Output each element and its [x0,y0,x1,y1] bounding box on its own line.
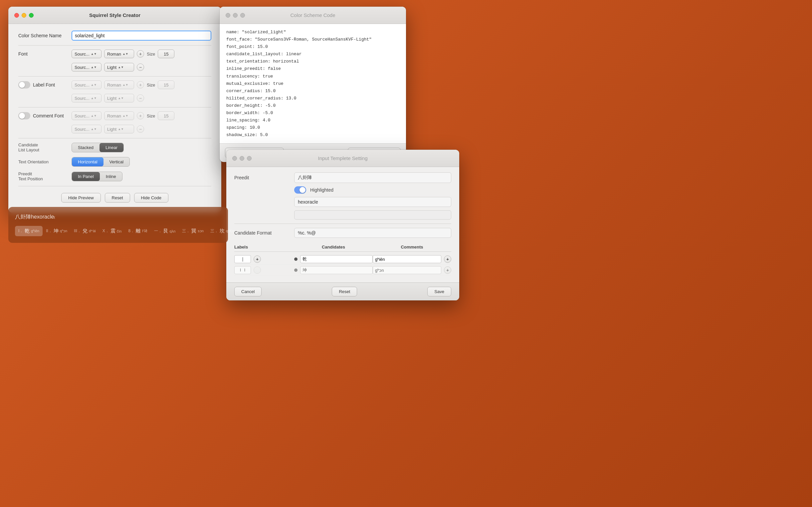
label-input-2[interactable] [234,266,251,274]
minimize-button[interactable] [21,13,26,18]
minimize-button-2[interactable] [233,13,237,18]
inline-button[interactable]: Inline [100,172,122,181]
maximize-button[interactable] [29,13,34,18]
font-light-select-1[interactable]: Light ▲▼ [104,63,134,71]
label-font-face-select[interactable]: Sourc... ▲▼ [71,80,102,89]
reset-button[interactable]: Reset [105,193,130,203]
size-label-3: Size [147,113,155,118]
size-value-1[interactable]: 15 [158,50,174,58]
preview-input-text: 八卦陣hexoracle₍ [15,214,221,221]
add-row-button-2[interactable] [254,267,261,274]
candidate-item: X．震čìn [99,226,125,236]
input-template-titlebar: Input Templete Setting [226,150,459,167]
close-button-2[interactable] [226,13,230,18]
comment-font-section: Comment Font [18,112,71,119]
candidate-item: 一．艮qλn [151,226,179,236]
maximize-button-3[interactable] [247,156,252,161]
preedit-row: PreeditText Position In Panel Inline [18,171,211,181]
maximize-button-2[interactable] [240,13,245,18]
vertical-button[interactable]: Vertical [104,157,130,166]
chevron-updown-icon: ▲▼ [91,128,97,131]
comment-font-face-2[interactable]: Sourc... ▲▼ [71,125,102,133]
input-template-content: Preedit 八卦陣 Highlighted hexoracle Candid… [226,167,459,282]
add-row-button-1[interactable]: + [254,256,261,263]
hide-code-button[interactable]: Hide Code [134,193,168,203]
candidate-input-2[interactable] [300,266,373,274]
comment-font-light-select[interactable]: Light ▲▼ [104,125,134,133]
close-button-3[interactable] [232,156,237,161]
code-editor[interactable]: name: "solarized_light"font_face: "Sourc… [220,24,406,144]
candidate-col-2 [294,266,373,274]
add-comment-button-2[interactable]: + [444,267,451,274]
comment-font-weight-select[interactable]: Roman ▲▼ [104,111,134,120]
traffic-lights-2 [226,13,245,18]
candidate-layout-row: CandidateList Layout Stacked Linear [18,143,211,152]
linear-button[interactable]: Linear [100,143,123,152]
traffic-lights [14,13,34,18]
font-weight-select-1[interactable]: Roman ▲▼ [104,50,134,58]
size-value-2[interactable]: 15 [158,80,174,89]
add-label-font-button[interactable]: + [137,81,144,89]
close-button[interactable] [14,13,19,18]
candidate-format-value[interactable]: %c. %@ [294,228,451,238]
minimize-button-3[interactable] [239,156,244,161]
comment-input-2[interactable] [373,266,441,274]
comment-font-controls: Sourc... ▲▼ Roman ▲▼ + Size 15 [71,111,211,120]
add-comment-button-1[interactable]: + [444,256,451,263]
cancel-button[interactable]: Cancel [234,287,262,296]
stacked-button[interactable]: Stacked [72,143,100,152]
it-hex-row: hexoracle [234,197,451,207]
comment-input-1[interactable] [373,255,441,263]
it-blank-field[interactable] [294,210,451,220]
label-font-light-select[interactable]: Light ▲▼ [104,94,134,103]
font-label: Font [18,51,71,57]
save-button[interactable]: Save [427,287,451,296]
it-preedit-label: Preedit [234,175,294,180]
label-font-controls: Sourc... ▲▼ Roman ▲▼ + Size 15 [71,80,211,89]
comment-font-row-1: Comment Font Sourc... ▲▼ Roman ▲▼ + Size… [18,111,211,120]
candidate-layout-label: CandidateList Layout [18,143,71,152]
it-hex-value[interactable]: hexoracle [294,197,451,207]
candidate-item: III．兌dʷài [70,226,99,236]
color-scheme-input[interactable] [71,31,211,41]
chevron-updown-icon: ▲▼ [122,83,128,87]
label-font-weight-select[interactable]: Roman ▲▼ [104,80,134,89]
chevron-updown-icon: ▲▼ [118,128,124,131]
color-scheme-name-row: Color Scheme Name [18,31,211,41]
candidate-item: 三．坎qʰXm [207,226,238,236]
add-comment-font-button[interactable]: + [137,112,144,119]
hide-preview-button[interactable]: Hide Preview [61,193,101,203]
chevron-updown-icon: ▲▼ [118,97,124,100]
label-font-toggle[interactable] [18,81,30,89]
font-row-2: Sourc... ▲▼ Light ▲▼ − [18,63,211,71]
font-face-select-2[interactable]: Sourc... ▲▼ [71,63,102,71]
chevron-updown-icon: ▲▼ [91,66,97,69]
in-panel-button[interactable]: In Panel [72,172,100,181]
color-scheme-window: Color Scheme Code name: "solarized_light… [220,7,406,162]
label-col-1: + [234,255,294,263]
remove-comment-font-button[interactable]: − [137,125,144,133]
horizontal-button[interactable]: Horizontal [72,157,104,166]
label-input-1[interactable] [234,255,251,263]
candidate-col-1 [294,255,373,263]
candidate-input-1[interactable] [300,255,373,263]
remove-font-button-1[interactable]: − [137,63,144,71]
chevron-updown-icon: ▲▼ [122,114,128,117]
comment-col-1: + [373,255,451,263]
font-face-select-1[interactable]: Sourc... ▲▼ [71,50,102,58]
size-label-2: Size [147,82,155,88]
candidate-layout-control: Stacked Linear [71,143,124,152]
font-row-1: Font Sourc... ▲▼ Roman ▲▼ + Size 15 [18,50,211,58]
label-font-face-2[interactable]: Sourc... ▲▼ [71,94,102,103]
highlighted-toggle[interactable] [294,186,306,193]
comment-font-toggle[interactable] [18,112,30,119]
label-font-section: Label Font [18,81,71,89]
add-font-button[interactable]: + [137,50,144,58]
comment-font-face-select[interactable]: Sourc... ▲▼ [71,111,102,120]
label-font-row-1: Label Font Sourc... ▲▼ Roman ▲▼ + Size 1… [18,80,211,89]
remove-label-font-button[interactable]: − [137,95,144,102]
it-preedit-value[interactable]: 八卦陣 [294,172,451,183]
it-reset-button[interactable]: Reset [332,287,357,296]
size-value-3[interactable]: 15 [158,111,174,120]
it-preedit-row: Preedit 八卦陣 [234,172,451,183]
